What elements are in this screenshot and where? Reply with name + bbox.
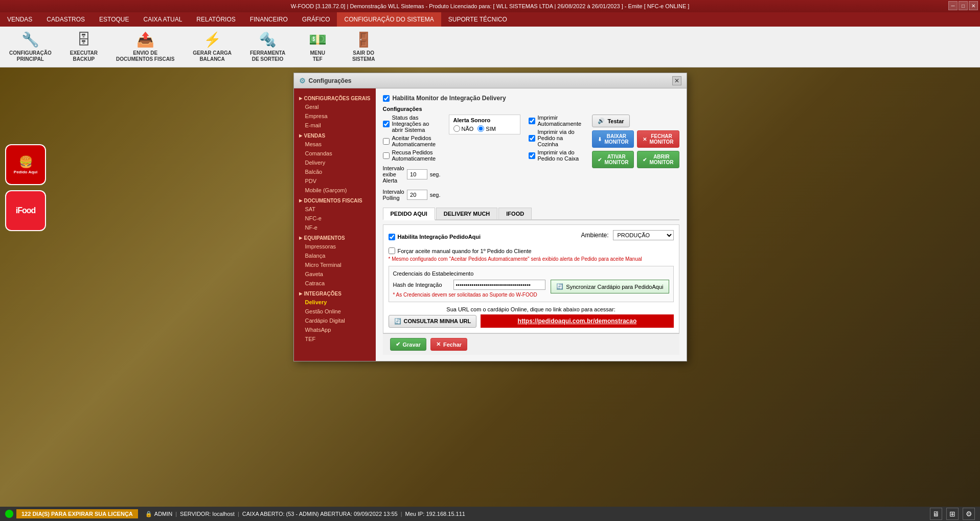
toolbar-menu-tef[interactable]: 💵 MENUTEF [300,29,335,64]
sidebar-item-impressoras[interactable]: Impressoras [294,242,376,251]
toolbar-configuracao[interactable]: 🔧 CONFIGURAÇÃOPRINCIPAL [5,29,56,64]
menu-cadastros[interactable]: CADASTROS [39,12,92,27]
sincronizar-button[interactable]: 🔄 Syncronizar Cardápio para PedidoAqui [551,280,669,293]
status-integracoes-row[interactable]: Status das Integrações ao abrir Sistema [383,115,441,133]
intervalo-exibe-input[interactable] [407,169,427,179]
check-gravar-icon: ✔ [396,341,400,348]
ativar-monitor-button[interactable]: ✔ ATIVARMONITOR [592,151,634,168]
recusar-pedidos-row[interactable]: Recusa Pedidos Automaticamente [383,149,441,162]
sidebar-item-delivery-vendas[interactable]: Delivery [294,158,376,167]
forcar-aceite-checkbox[interactable] [389,247,395,254]
sidebar-item-nfe[interactable]: NF-e [294,223,376,232]
title-bar: W-FOOD [3.128.72.0] | Demonstração WLL S… [0,0,980,12]
sidebar-item-balcao[interactable]: Balcão [294,167,376,176]
habilita-pedidoaqui-row[interactable]: Habilita Integração PedidoAqui [389,234,481,240]
recusar-pedidos-label: Recusa Pedidos Automaticamente [392,149,441,162]
sidebar-item-sat[interactable]: SAT [294,205,376,214]
url-link[interactable]: https://pedidoaqui.com.br/demonstracao [481,314,673,328]
ambiente-select[interactable]: PRODUÇÃO HOMOLOGAÇÃO [613,230,674,240]
toolbar-sorteio-label: FERRAMENTADE SORTEIO [250,50,285,62]
url-row: 🔄 CONSULTAR MINHA URL https://pedidoaqui… [389,314,674,328]
sidebar-item-tef[interactable]: TEF [294,334,376,344]
imprimir-cozinha-checkbox[interactable] [529,135,535,142]
hash-input[interactable] [453,280,546,290]
menu-financeiro[interactable]: FINANCEIRO [243,12,295,27]
menu-vendas[interactable]: VENDAS [0,12,39,27]
intervalo-exibe-row: Intervalo exibe Alerta seg. [383,165,441,184]
sidebar-item-gestao-online[interactable]: Gestão Online [294,307,376,316]
fechar-dialog-button[interactable]: ✕ Fechar [430,338,467,351]
intervalo-polling-input[interactable] [407,190,427,200]
nao-radio-label[interactable]: NÃO [453,125,474,132]
qr-icon-box[interactable]: ⊞ [946,508,959,520]
sim-radio-label[interactable]: SIM [477,125,496,132]
status-icons: 🖥 ⊞ ⚙ [930,508,975,520]
sidebar-item-delivery[interactable]: Delivery [294,298,376,307]
toolbar-sorteio[interactable]: 🔩 FERRAMENTADE SORTEIO [246,29,289,64]
habilita-pedidoaqui-checkbox[interactable] [389,234,395,240]
toolbar: 🔧 CONFIGURAÇÃOPRINCIPAL 🗄 EXECUTARBACKUP… [0,27,980,67]
maximize-btn[interactable]: □ [959,1,968,10]
menu-grafico[interactable]: GRÁFICO [295,12,337,27]
sidebar-item-pdv[interactable]: PDV [294,176,376,186]
sidebar-item-balanca[interactable]: Balança [294,251,376,260]
toolbar-sair[interactable]: 🚪 SAIR DOSISTEMA [346,29,381,64]
sidebar-item-cardapio-digital[interactable]: Cardápio Digital [294,316,376,325]
tool-icon: 🔩 [259,31,277,48]
toolbar-backup[interactable]: 🗄 EXECUTARBACKUP [66,29,102,64]
aceitar-pedidos-label: Aceitar Pedidos Automaticamente [392,135,441,147]
minimize-btn[interactable]: ─ [948,1,958,10]
abrir-monitor-button[interactable]: ✔ ABRIR MONITOR [637,151,679,168]
recusar-pedidos-checkbox[interactable] [383,152,390,159]
sidebar-item-comandas[interactable]: Comandas [294,149,376,158]
sidebar-item-nfce[interactable]: NFC-e [294,214,376,223]
imprimir-auto-checkbox[interactable] [529,118,535,124]
status-integracoes-checkbox[interactable] [383,121,390,127]
sidebar-item-geral[interactable]: Geral [294,102,376,111]
toolbar-envio-docs[interactable]: 📤 ENVIO DEDOCUMENTOS FISCAIS [112,29,178,64]
sidebar-item-mobile[interactable]: Mobile (Garçom) [294,186,376,195]
sidebar-item-email[interactable]: E-mail [294,121,376,130]
settings-icon-box[interactable]: ⚙ [963,508,975,520]
imprimir-cozinha-label: Imprimir via do Pedido na Cozinha [538,129,584,147]
tab-ifood[interactable]: IFOOD [498,208,532,219]
habilita-monitor-checkbox[interactable] [383,95,390,102]
menu-configuracao[interactable]: CONFIGURAÇÃO DO SISTEMA [337,12,441,27]
sidebar-item-gaveta[interactable]: Gaveta [294,269,376,279]
imprimir-auto-row[interactable]: Imprimir Automaticamente [529,115,584,127]
sidebar-item-micro-terminal[interactable]: Micro Terminal [294,260,376,269]
toolbar-carga-balanca[interactable]: ⚡ GERAR CARGABALANCA [189,29,236,64]
ambiente-row: Ambiente: PRODUÇÃO HOMOLOGAÇÃO [581,230,673,240]
aceitar-pedidos-row[interactable]: Aceitar Pedidos Automaticamente [383,135,441,147]
sidebar-item-mesas[interactable]: Mesas [294,140,376,149]
tab-pedidoaqui[interactable]: PEDIDO AQUI [383,208,435,220]
fechar-monitor-button[interactable]: ✕ FECHARMONITOR [637,130,679,148]
tab-delivery-much[interactable]: DELIVERY MUCH [436,208,497,219]
database-icon: 🗄 [77,31,91,48]
monitor-icon-box[interactable]: 🖥 [930,508,942,520]
nao-radio[interactable] [453,125,460,132]
forcar-aceite-row[interactable]: Forçar aceite manual quando for 1º Pedid… [389,247,674,254]
menu-suporte[interactable]: SUPORTE TÉCNICO [441,12,514,27]
imprimir-cozinha-row[interactable]: Imprimir via do Pedido na Cozinha [529,129,584,147]
gravar-button[interactable]: ✔ Gravar [390,338,426,351]
imprimir-caixa-checkbox[interactable] [529,152,535,159]
dialog-close-button[interactable]: ✕ [672,76,681,85]
sidebar-item-whatsapp[interactable]: WhatsApp [294,325,376,334]
menu-estoque[interactable]: ESTOQUE [92,12,136,27]
aceitar-pedidos-checkbox[interactable] [383,138,390,145]
baixar-monitor-button[interactable]: ⬇ BAIXARMONITOR [592,130,634,148]
toolbar-envio-label: ENVIO DEDOCUMENTOS FISCAIS [116,50,174,62]
consultar-url-button[interactable]: 🔄 CONSULTAR MINHA URL [389,315,477,328]
menu-relatorios[interactable]: RELATÓRIOS [189,12,242,27]
close-btn[interactable]: ✕ [969,1,978,10]
sidebar-item-empresa[interactable]: Empresa [294,111,376,121]
status-server: SERVIDOR: localhost [180,511,235,517]
menu-caixa[interactable]: CAIXA ATUAL [136,12,190,27]
check-icon2: ✔ [643,157,647,163]
testar-button[interactable]: 🔊 Testar [592,115,629,127]
sim-radio[interactable] [477,125,484,132]
config-dialog: ⚙ Configurações ✕ CONFIGURAÇÕES GERAIS G… [293,73,687,361]
sidebar-item-catraca[interactable]: Catraca [294,279,376,288]
imprimir-caixa-row[interactable]: Imprimir via do Pedido no Caixa [529,149,584,162]
